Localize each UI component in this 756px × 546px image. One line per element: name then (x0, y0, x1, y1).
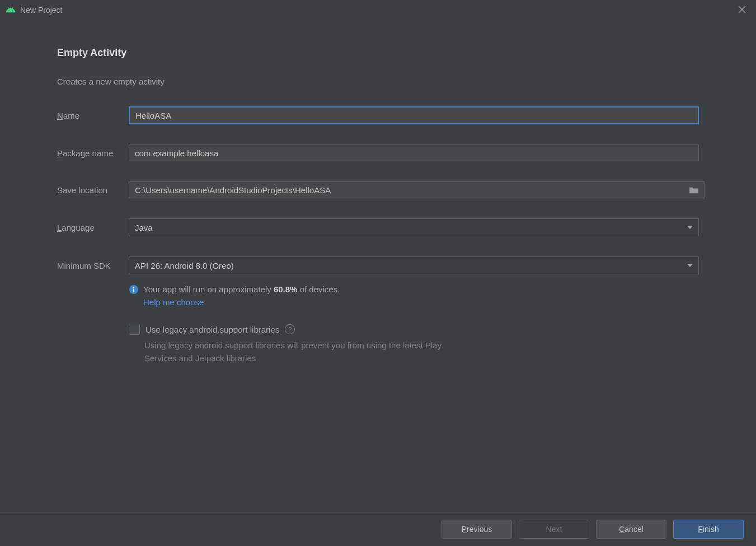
finish-button[interactable]: Finish (673, 520, 744, 539)
row-minsdk: Minimum SDK API 26: Android 8.0 (Oreo) (57, 256, 699, 274)
label-name: Name (57, 111, 129, 120)
row-package: Package name (57, 144, 699, 161)
next-button: Next (519, 520, 589, 539)
label-save-location: Save location (57, 185, 129, 195)
svg-line-3 (12, 7, 13, 8)
minsdk-value: API 26: Android 8.0 (Oreo) (135, 261, 234, 270)
svg-line-2 (8, 7, 10, 8)
window-title: New Project (20, 6, 62, 15)
titlebar: New Project (0, 0, 756, 20)
info-icon (129, 284, 139, 296)
android-icon (6, 6, 16, 15)
label-minsdk: Minimum SDK (57, 261, 129, 270)
svg-point-1 (12, 11, 13, 12)
content-area: Empty Activity Creates a new empty activ… (0, 20, 756, 365)
help-icon[interactable]: ? (285, 324, 295, 334)
label-package: Package name (57, 148, 129, 158)
label-language: Language (57, 223, 129, 232)
sdk-coverage-text: Your app will run on approximately 60.8%… (143, 284, 340, 294)
close-icon[interactable] (734, 2, 750, 18)
chevron-down-icon (687, 264, 693, 267)
svg-point-0 (8, 11, 10, 12)
footer-bar: Previous Next Cancel Finish (0, 512, 756, 546)
sdk-info-block: Your app will run on approximately 60.8%… (129, 284, 699, 307)
row-language: Language Java (57, 218, 699, 236)
browse-folder-icon[interactable] (689, 186, 699, 194)
legacy-note: Using legacy android.support libraries w… (144, 339, 458, 365)
page-subtitle: Creates a new empty activity (57, 77, 699, 86)
legacy-checkbox-label: Use legacy android.support libraries (145, 325, 279, 334)
svg-point-8 (133, 287, 134, 288)
language-select[interactable]: Java (129, 218, 699, 236)
row-save-location: Save location (57, 181, 699, 198)
cancel-button[interactable]: Cancel (596, 520, 666, 539)
legacy-checkbox[interactable] (129, 324, 140, 335)
svg-rect-7 (133, 289, 134, 292)
language-value: Java (135, 223, 153, 232)
legacy-checkbox-row: Use legacy android.support libraries ? (129, 324, 699, 335)
minsdk-select[interactable]: API 26: Android 8.0 (Oreo) (129, 256, 699, 274)
chevron-down-icon (687, 226, 693, 229)
save-location-input[interactable] (129, 181, 705, 198)
help-me-choose-link[interactable]: Help me choose (143, 297, 204, 307)
name-input[interactable] (129, 106, 699, 124)
previous-button[interactable]: Previous (442, 520, 512, 539)
package-input[interactable] (129, 144, 699, 161)
row-name: Name (57, 106, 699, 124)
page-title: Empty Activity (57, 47, 699, 59)
